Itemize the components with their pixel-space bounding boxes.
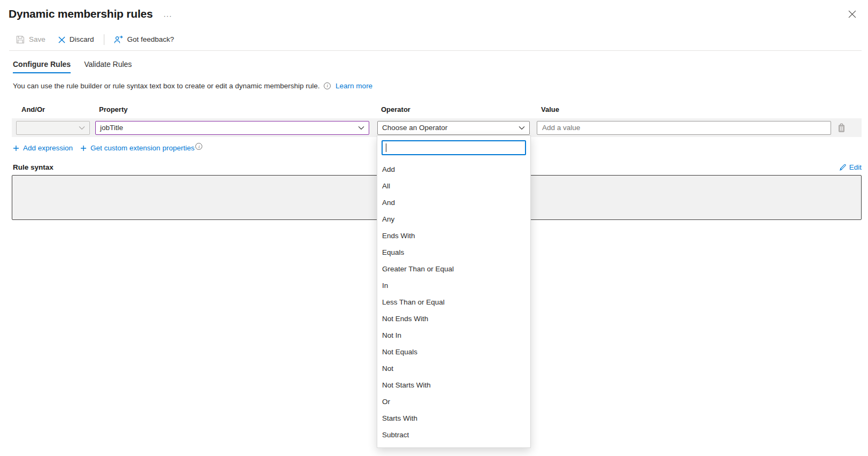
- tab-validate-rules[interactable]: Validate Rules: [84, 60, 132, 73]
- get-custom-extension-properties-link[interactable]: Get custom extension properties: [80, 144, 194, 152]
- operator-option[interactable]: Greater Than or Equal: [377, 261, 530, 277]
- discard-button[interactable]: Discard: [58, 36, 94, 43]
- tab-bar: Configure Rules Validate Rules: [13, 60, 868, 73]
- save-label: Save: [29, 36, 45, 43]
- column-header-operator: Operator: [377, 105, 537, 113]
- operator-dropdown-panel: Add All And Any Ends With Equals Greater…: [377, 135, 531, 448]
- value-input[interactable]: [537, 121, 831, 135]
- operator-option[interactable]: All: [377, 178, 530, 194]
- toolbar-divider: [104, 34, 104, 45]
- delete-expression-button[interactable]: [837, 123, 846, 132]
- save-button[interactable]: Save: [16, 35, 45, 44]
- operator-option[interactable]: And: [377, 194, 530, 211]
- page-title: Dynamic membership rules: [9, 7, 153, 20]
- more-options-button[interactable]: ···: [163, 9, 172, 19]
- operator-option[interactable]: Less Than or Equal: [377, 294, 530, 310]
- add-expression-link[interactable]: Add expression: [13, 144, 73, 152]
- chevron-down-icon: [79, 126, 85, 130]
- tab-configure-rules[interactable]: Configure Rules: [13, 60, 71, 73]
- property-value: jobTitle: [100, 124, 123, 132]
- plus-icon: [13, 145, 19, 151]
- operator-option[interactable]: Ends With: [377, 227, 530, 244]
- feedback-button[interactable]: Got feedback?: [114, 35, 174, 44]
- pencil-icon: [839, 164, 847, 171]
- operator-option[interactable]: Not Ends With: [377, 310, 530, 327]
- text-cursor: [386, 143, 386, 152]
- operator-option-list: Add All And Any Ends With Equals Greater…: [377, 161, 530, 443]
- operator-option[interactable]: Subtract: [377, 427, 530, 443]
- operator-option[interactable]: Not Starts With: [377, 377, 530, 393]
- operator-value: Choose an Operator: [382, 124, 447, 132]
- operator-cell: Choose an Operator Add All: [377, 121, 530, 135]
- add-expression-label: Add expression: [23, 144, 73, 152]
- chevron-down-icon: [358, 126, 364, 130]
- expression-row: jobTitle Choose an Operator: [12, 118, 862, 137]
- operator-option[interactable]: Any: [377, 211, 530, 227]
- plus-icon: [80, 145, 87, 151]
- column-header-value: Value: [537, 105, 559, 113]
- info-icon[interactable]: i: [195, 143, 202, 150]
- ellipsis-icon: ···: [163, 12, 172, 20]
- operator-option[interactable]: Not: [377, 360, 530, 377]
- rule-syntax-label: Rule syntax: [13, 163, 54, 171]
- description-text: You can use the rule builder or rule syn…: [13, 82, 320, 90]
- operator-option[interactable]: Add: [377, 161, 530, 178]
- operator-dropdown[interactable]: Choose an Operator: [377, 121, 530, 135]
- learn-more-link[interactable]: Learn more: [336, 82, 372, 90]
- command-bar: Save Discard Got feedback?: [9, 34, 862, 51]
- column-header-property: Property: [95, 105, 377, 113]
- operator-search-input[interactable]: [382, 140, 526, 155]
- get-custom-extension-properties-label: Get custom extension properties: [90, 144, 194, 152]
- operator-option[interactable]: Not In: [377, 327, 530, 344]
- close-icon: [848, 10, 856, 18]
- edit-rule-syntax-link[interactable]: Edit: [839, 163, 862, 171]
- description: You can use the rule builder or rule syn…: [13, 82, 868, 90]
- discard-icon: [58, 36, 65, 43]
- operator-option[interactable]: Not Equals: [377, 344, 530, 360]
- column-headers: And/Or Property Operator Value: [12, 105, 868, 113]
- operator-option[interactable]: Or: [377, 393, 530, 410]
- edit-label: Edit: [849, 163, 862, 171]
- operator-option[interactable]: Equals: [377, 244, 530, 261]
- operator-option[interactable]: In: [377, 277, 530, 294]
- feedback-label: Got feedback?: [127, 36, 174, 43]
- chevron-down-icon: [519, 126, 525, 130]
- property-dropdown[interactable]: jobTitle: [95, 121, 369, 135]
- trash-icon: [837, 123, 846, 132]
- discard-label: Discard: [70, 36, 94, 43]
- save-icon: [16, 35, 25, 44]
- and-or-dropdown[interactable]: [16, 121, 90, 135]
- dynamic-membership-rules-page: Dynamic membership rules ··· Save Discar…: [0, 0, 868, 220]
- info-icon[interactable]: i: [324, 82, 331, 89]
- operator-option[interactable]: Starts With: [377, 410, 530, 427]
- close-button[interactable]: [848, 10, 856, 18]
- column-header-and-or: And/Or: [12, 105, 95, 113]
- feedback-icon: [114, 35, 123, 44]
- title-bar: Dynamic membership rules ···: [0, 0, 868, 20]
